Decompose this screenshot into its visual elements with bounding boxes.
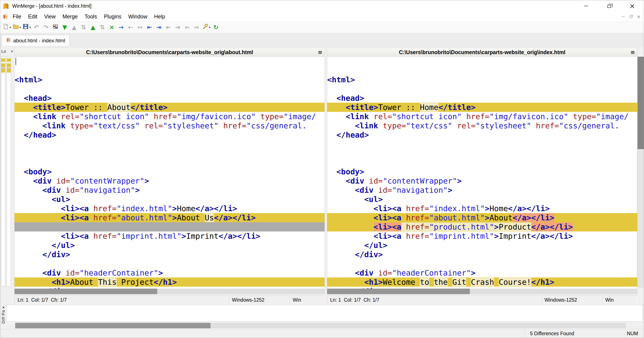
ghost-line[interactable] <box>14 222 324 232</box>
mdi-minimize-icon[interactable] <box>622 16 625 17</box>
copy-left-button[interactable]: ⇐ <box>182 22 192 32</box>
menu-file[interactable]: File <box>9 14 24 20</box>
code-line[interactable]: <ul> <box>14 195 324 204</box>
left-code-editor[interactable]: <html> <head> <title>Tower :: About</tit… <box>14 57 325 288</box>
close-button[interactable]: × <box>621 0 644 12</box>
current-difference-button[interactable]: ↦ <box>136 22 145 32</box>
auto-merge-button[interactable]: ▲ <box>88 22 98 32</box>
pane-splitter[interactable] <box>325 48 327 304</box>
left-horizontal-scrollbar-thumb[interactable] <box>14 288 157 294</box>
location-map-segment[interactable] <box>1 69 5 72</box>
refresh-button[interactable]: ↻ <box>211 22 220 32</box>
right-horizontal-scrollbar[interactable] <box>327 288 637 294</box>
code-line[interactable]: <li><a href="index.html">Home</a></li> <box>14 204 324 213</box>
code-line[interactable] <box>327 259 637 268</box>
code-line[interactable]: <li><a href="imprint.html">Imprint</a></… <box>327 232 637 241</box>
copy-all-left-button[interactable]: ▲ <box>70 22 79 32</box>
code-line[interactable]: <h1>Welcome to the Git Crash Course!</h1… <box>327 278 637 287</box>
code-line[interactable]: <head> <box>14 94 324 103</box>
code-line[interactable]: <div id="contentWrapper"> <box>327 176 637 186</box>
code-line[interactable]: <div id="navigation"> <box>14 186 324 195</box>
code-line[interactable]: <link type="text/css" rel="stylesheet" h… <box>327 121 637 130</box>
code-line[interactable]: <li><a href="index.html">Home</a></li> <box>327 204 637 213</box>
right-horizontal-scrollbar-thumb[interactable] <box>327 288 470 294</box>
dropdown-caret-icon[interactable]: ▾ <box>10 26 11 29</box>
first-difference-button[interactable]: ⇤ <box>145 22 154 32</box>
code-line[interactable]: <h1>About This Project</h1> <box>14 278 324 287</box>
code-line[interactable]: <title>Tower :: Home</title> <box>327 103 637 112</box>
location-map-segment[interactable] <box>1 63 5 67</box>
previous-difference-button[interactable]: ← <box>126 22 136 32</box>
location-map-segment[interactable] <box>7 69 11 72</box>
redo-button[interactable]: ↷ <box>41 22 51 32</box>
menu-plugins[interactable]: Plugins <box>100 14 125 20</box>
code-line[interactable] <box>14 149 324 158</box>
dropdown-caret-icon[interactable]: ▾ <box>20 26 21 29</box>
next-conflict-button[interactable]: ⇥ <box>173 22 182 32</box>
delete-button[interactable]: × <box>107 22 116 32</box>
code-line[interactable]: <html> <box>327 75 637 84</box>
code-line[interactable]: </div> <box>327 250 637 259</box>
copy-all-right-button[interactable]: ▼ <box>60 22 70 32</box>
location-map[interactable] <box>0 55 14 288</box>
dropdown-caret-icon[interactable]: ▾ <box>209 26 210 29</box>
code-line[interactable]: <link rel="shortcut icon" href="img/favi… <box>327 112 637 121</box>
bottom-horizontal-scrollbar[interactable] <box>15 323 626 328</box>
code-line[interactable]: </div> <box>14 287 324 288</box>
code-line[interactable]: <div id="headerContainer"> <box>327 268 637 278</box>
code-line[interactable]: <li><a href="product.html">Product</a></… <box>327 222 637 232</box>
copy-to-right-and-advance-button[interactable]: ⇅ <box>79 22 88 32</box>
code-line[interactable]: <li><a href="imprint.html">Imprint</a></… <box>14 232 324 241</box>
code-line[interactable]: </div> <box>327 287 637 288</box>
copy-right-button[interactable]: ⇒ <box>192 22 201 32</box>
right-code-editor[interactable]: <html> <head> <title>Tower :: Home</titl… <box>327 57 637 288</box>
code-line[interactable]: <body> <box>327 167 637 176</box>
restore-button[interactable] <box>598 0 621 12</box>
close-location-pane-button[interactable]: × <box>11 49 13 54</box>
code-line[interactable]: <link type="text/css" rel="stylesheet" h… <box>14 121 324 130</box>
tab-compare[interactable]: about.html - index.html <box>2 35 69 46</box>
location-map-segment[interactable] <box>7 58 11 62</box>
save-button[interactable]: ▾ <box>22 22 32 32</box>
code-line[interactable]: </head> <box>14 130 324 140</box>
mdi-close-icon[interactable]: × <box>637 14 641 19</box>
code-line[interactable]: </div> <box>14 250 324 259</box>
menu-help[interactable]: Help <box>150 14 168 20</box>
last-difference-button[interactable]: ⇥ <box>154 22 164 32</box>
menu-tools[interactable]: Tools <box>81 14 100 20</box>
menu-window[interactable]: Window <box>125 14 150 20</box>
code-line[interactable] <box>327 149 637 158</box>
code-line[interactable]: <li><a href="about.html">About</a></li> <box>327 213 637 222</box>
menu-view[interactable]: View <box>41 14 59 20</box>
location-map-segment[interactable] <box>1 58 5 62</box>
new-button[interactable]: ▾ <box>2 22 12 32</box>
code-line[interactable]: <link rel="shortcut icon" href="img/favi… <box>14 112 324 121</box>
left-pane-header[interactable]: C:\Users\brunobrito\Documents\carparts-w… <box>14 48 325 57</box>
code-line[interactable]: <html> <box>14 75 324 84</box>
undo-button[interactable]: ↶ <box>32 22 41 32</box>
select-line-difference-button[interactable] <box>51 22 60 32</box>
left-horizontal-scrollbar[interactable] <box>14 288 325 294</box>
location-strip-left[interactable] <box>1 56 5 286</box>
vertical-scrollbar[interactable] <box>637 57 644 288</box>
previous-conflict-button[interactable]: ⇤ <box>164 22 173 32</box>
next-difference-button[interactable]: → <box>116 22 126 32</box>
location-strip-right[interactable] <box>7 56 11 286</box>
menu-merge[interactable]: Merge <box>59 14 81 20</box>
code-line[interactable]: <div id="headerContainer"> <box>14 268 324 278</box>
code-line[interactable]: </head> <box>327 130 637 140</box>
code-line[interactable]: <ul> <box>327 195 637 204</box>
code-line[interactable]: <li><a href="about.html">About Us</a></l… <box>14 213 324 222</box>
vertical-scrollbar-thumb[interactable] <box>638 57 644 149</box>
code-line[interactable]: </ul> <box>14 241 324 250</box>
code-line[interactable]: </ul> <box>327 241 637 250</box>
code-line[interactable]: <div id="contentWrapper"> <box>14 176 324 186</box>
minimize-button[interactable] <box>574 0 598 12</box>
code-line[interactable]: <div id="navigation"> <box>327 186 637 195</box>
code-line[interactable] <box>14 140 324 149</box>
code-line[interactable]: <title>Tower :: About</title> <box>14 103 324 112</box>
location-map-segment[interactable] <box>1 68 5 69</box>
right-pane-header[interactable]: C:\Users\brunobrito\Documents\carparts-w… <box>327 48 637 57</box>
dropdown-caret-icon[interactable]: ▾ <box>29 26 31 29</box>
code-line[interactable] <box>327 140 637 149</box>
